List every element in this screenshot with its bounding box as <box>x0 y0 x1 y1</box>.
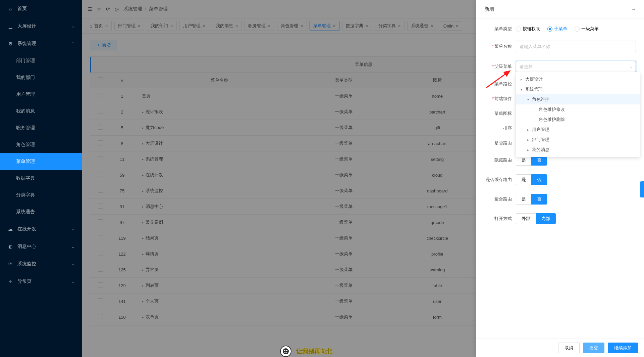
tree-node[interactable]: 角色维护删除 <box>516 115 640 125</box>
drawer-title: 新增 <box>484 6 494 12</box>
sidebar-item-label: 系统监控 <box>17 261 71 267</box>
sidebar-item-label: 菜单管理 <box>16 159 74 165</box>
sidebar-item[interactable]: ⟳系统监控⌄ <box>0 255 82 273</box>
drawer-close-arrow-icon[interactable]: → <box>631 6 636 12</box>
tree-node[interactable]: ▸部门管理 <box>516 135 640 145</box>
tree-node[interactable]: ▸用户管理 <box>516 125 640 135</box>
chevron-icon: ⌃ <box>71 42 74 46</box>
submit-button[interactable]: 提交 <box>583 343 604 353</box>
bottom-avatar: 让我别再向北 <box>280 346 332 357</box>
sidebar-item[interactable]: 职务管理 <box>0 120 82 136</box>
chevron-icon: ⌄ <box>71 24 74 29</box>
chevron-icon: ⌄ <box>71 279 74 284</box>
tree-caret-icon: ▸ <box>527 148 532 152</box>
menu-icon: ⚙ <box>7 41 13 46</box>
chevron-down-icon: ⌄ <box>630 64 633 69</box>
sidebar-item-label: 系统通告 <box>16 209 74 215</box>
input-menu-name[interactable] <box>516 41 636 52</box>
sidebar-item-label: 我的消息 <box>16 108 74 114</box>
seg-yes[interactable]: 是 <box>516 194 532 205</box>
seg-yes[interactable]: 是 <box>516 174 532 185</box>
sidebar-item-label: 角色管理 <box>16 142 74 148</box>
sidebar-item-label: 大屏设计 <box>17 23 71 29</box>
tree-node-label: 大屏设计 <box>525 76 543 82</box>
sidebar-item[interactable]: ☁在线开发⌄ <box>0 220 82 238</box>
sidebar-item[interactable]: 用户管理 <box>0 86 82 103</box>
label-menu-type: 菜单类型 <box>484 26 512 32</box>
menu-icon: ☁ <box>7 226 13 232</box>
drawer-footer: 取消 提交 继续添加 <box>476 339 644 357</box>
sidebar-item-label: 用户管理 <box>16 91 74 97</box>
label-front-comp: *前端组件 <box>484 96 512 102</box>
label-is-route: 是否路由 <box>484 140 512 146</box>
radio-button-perm[interactable]: 按钮权限 <box>516 26 540 32</box>
edge-tab[interactable] <box>640 181 644 197</box>
sidebar-item-label: 部门管理 <box>16 58 74 64</box>
chevron-icon: ⌄ <box>71 262 74 266</box>
sidebar-item[interactable]: ▁大屏设计⌄ <box>0 17 82 35</box>
label-parent-menu: *父级菜单 <box>484 63 512 70</box>
sidebar-item-label: 职务管理 <box>16 125 74 131</box>
sidebar-item[interactable]: 我的部门 <box>0 69 82 86</box>
tree-caret-icon: ▸ <box>527 128 532 132</box>
sidebar-item-label: 首页 <box>17 6 74 12</box>
sidebar-item-label: 我的部门 <box>16 75 74 81</box>
svg-point-3 <box>286 350 287 351</box>
sidebar-item[interactable]: 数据字典 <box>0 170 82 187</box>
sidebar-item[interactable]: ◐消息中心⌄ <box>0 238 82 255</box>
seg-no[interactable]: 否 <box>531 174 547 185</box>
continue-add-button[interactable]: 继续添加 <box>608 343 638 353</box>
sidebar-item[interactable]: 部门管理 <box>0 52 82 69</box>
tree-caret-icon: ▸ <box>527 138 532 142</box>
tree-node-label: 角色维护删除 <box>539 117 565 123</box>
tree-node-label: 系统管理 <box>525 86 543 92</box>
drawer-panel: 新增 → 菜单类型 按钮权限 子菜单 一级菜单 *菜单名称 *父级菜单 ⌄ *菜… <box>476 0 644 357</box>
seg-no[interactable]: 否 <box>531 194 547 205</box>
sidebar-item-label: 消息中心 <box>17 243 71 250</box>
sidebar: ⌂首页▁大屏设计⌄⚙系统管理⌃部门管理我的部门用户管理我的消息职务管理角色管理菜… <box>0 0 82 357</box>
sidebar-item[interactable]: ⚙系统管理⌃ <box>0 35 82 52</box>
sidebar-item[interactable]: 系统通告 <box>0 204 82 220</box>
tree-node[interactable]: 角色维护修改 <box>516 104 640 115</box>
sidebar-item[interactable]: 分类字典 <box>0 187 82 204</box>
sidebar-item-label: 在线开发 <box>17 226 71 232</box>
drawer-header: 新增 → <box>476 0 644 18</box>
tree-node[interactable]: ▸我的消息 <box>516 145 640 155</box>
label-menu-icon: 菜单图标 <box>484 110 512 117</box>
sidebar-item[interactable]: 角色管理 <box>0 136 82 153</box>
menu-icon: ⚠ <box>7 279 13 284</box>
chevron-icon: ⌄ <box>71 227 74 231</box>
sidebar-item[interactable]: 菜单管理 <box>0 153 82 170</box>
radio-top-menu[interactable]: 一级菜单 <box>575 26 599 32</box>
parent-menu-dropdown[interactable]: ▸大屏设计▾系统管理▾角色维护角色维护修改角色维护删除▸用户管理▸部门管理▸我的… <box>516 72 640 157</box>
radio-sub-menu[interactable]: 子菜单 <box>547 26 567 32</box>
watermark-text: 让我别再向北 <box>296 347 332 355</box>
label-hide-route: 隐藏路由 <box>484 157 512 163</box>
tree-node[interactable]: ▸大屏设计 <box>516 74 640 84</box>
menu-icon: ⌂ <box>7 6 13 11</box>
tree-node-label: 用户管理 <box>532 127 549 133</box>
label-menu-path: *菜单路径 <box>484 81 512 87</box>
label-open-mode: 打开方式 <box>484 216 512 222</box>
svg-point-2 <box>284 350 285 351</box>
tree-caret-icon: ▾ <box>521 88 525 91</box>
sidebar-item[interactable]: ⌂首页 <box>0 0 82 17</box>
tree-node[interactable]: ▾系统管理 <box>516 84 640 94</box>
tree-node-label: 我的消息 <box>532 147 549 153</box>
seg-external[interactable]: 外部 <box>516 213 536 224</box>
label-cache-route: 是否缓存路由 <box>484 177 512 183</box>
menu-icon: ▁ <box>7 24 13 29</box>
cancel-button[interactable]: 取消 <box>558 343 580 353</box>
sidebar-item[interactable]: 我的消息 <box>0 103 82 120</box>
select-parent-menu[interactable] <box>516 61 636 72</box>
seg-internal[interactable]: 内部 <box>536 213 556 224</box>
menu-icon: ◐ <box>7 244 13 249</box>
menu-icon: ⟳ <box>7 261 13 267</box>
tree-node-label: 角色维护 <box>532 96 549 102</box>
drawer-body: 菜单类型 按钮权限 子菜单 一级菜单 *菜单名称 *父级菜单 ⌄ *菜单路径 *… <box>476 18 644 339</box>
label-menu-name: *菜单名称 <box>484 43 512 49</box>
tree-node[interactable]: ▾角色维护 <box>516 94 640 104</box>
sidebar-item[interactable]: ⚠异常页⌄ <box>0 273 82 290</box>
svg-point-1 <box>283 348 289 354</box>
label-agg-route: 聚合路由 <box>484 196 512 202</box>
